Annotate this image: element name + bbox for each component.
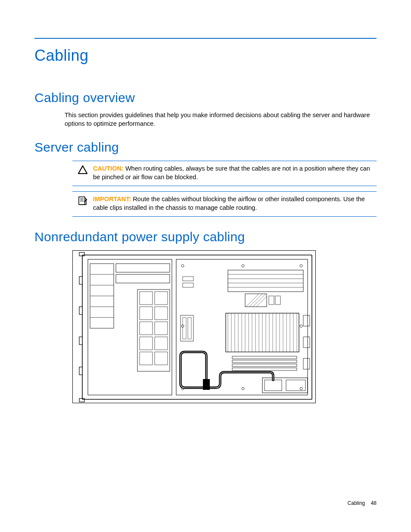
svg-rect-36 [228, 270, 303, 292]
svg-rect-75 [232, 368, 297, 370]
svg-point-30 [300, 264, 302, 267]
svg-point-29 [242, 264, 244, 267]
svg-rect-6 [79, 367, 82, 375]
svg-line-43 [249, 294, 262, 307]
svg-point-34 [242, 387, 244, 390]
caution-icon [78, 165, 87, 174]
svg-rect-0 [79, 197, 85, 205]
svg-rect-20 [155, 307, 168, 320]
svg-rect-26 [155, 352, 168, 365]
page-footer: Cabling 48 [348, 500, 377, 506]
svg-rect-85 [203, 379, 210, 390]
caution-label: CAUTION: [93, 165, 124, 172]
svg-rect-80 [265, 380, 282, 391]
svg-point-32 [300, 325, 302, 327]
svg-rect-83 [183, 317, 186, 339]
caution-body: When routing cables, always be sure that… [93, 165, 370, 180]
svg-rect-22 [155, 322, 168, 335]
svg-rect-84 [188, 317, 191, 339]
footer-page-number: 48 [371, 500, 377, 506]
svg-rect-77 [303, 337, 310, 348]
svg-rect-82 [181, 315, 193, 341]
svg-rect-25 [140, 352, 153, 365]
svg-rect-15 [116, 274, 170, 283]
caution-block: CAUTION: When routing cables, always be … [72, 161, 377, 186]
svg-rect-72 [232, 356, 297, 359]
page-title: Cabling [34, 47, 377, 65]
footer-label: Cabling [348, 500, 365, 506]
svg-rect-81 [286, 380, 305, 391]
section-server-title: Server cabling [34, 140, 377, 155]
svg-rect-48 [269, 296, 274, 305]
psu-cabling-diagram [72, 250, 316, 403]
svg-rect-18 [155, 292, 168, 305]
section-overview-text: This section provides guidelines that he… [65, 111, 377, 128]
svg-rect-14 [116, 264, 170, 272]
svg-rect-4 [79, 307, 82, 314]
caution-text: CAUTION: When routing cables, always be … [93, 165, 377, 181]
svg-rect-3 [79, 277, 82, 284]
svg-line-44 [253, 294, 266, 307]
important-block: IMPORTANT: Route the cables without bloc… [72, 191, 377, 217]
svg-rect-49 [275, 296, 280, 305]
svg-line-45 [256, 296, 267, 307]
section-overview-title: Cabling overview [34, 90, 377, 105]
important-text: IMPORTANT: Route the cables without bloc… [93, 195, 377, 212]
top-rule [34, 38, 377, 39]
svg-rect-74 [232, 364, 297, 367]
svg-rect-78 [303, 358, 310, 369]
important-label: IMPORTANT: [93, 196, 131, 202]
svg-rect-19 [140, 307, 153, 320]
note-icon [78, 196, 87, 205]
svg-rect-17 [140, 292, 153, 305]
svg-rect-16 [137, 289, 170, 371]
svg-point-28 [181, 264, 184, 267]
svg-rect-23 [140, 337, 153, 350]
svg-rect-5 [79, 337, 82, 345]
svg-rect-24 [155, 337, 168, 350]
svg-rect-47 [183, 283, 193, 287]
important-body: Route the cables without blocking the ai… [93, 196, 365, 211]
svg-rect-7 [88, 259, 172, 395]
svg-rect-73 [232, 360, 297, 363]
svg-line-42 [246, 294, 259, 307]
svg-rect-76 [303, 315, 310, 326]
svg-rect-21 [140, 322, 153, 335]
svg-point-35 [300, 387, 302, 390]
svg-rect-27 [176, 259, 308, 395]
section-psu-title: Nonredundant power supply cabling [34, 230, 377, 244]
svg-rect-46 [183, 277, 193, 281]
